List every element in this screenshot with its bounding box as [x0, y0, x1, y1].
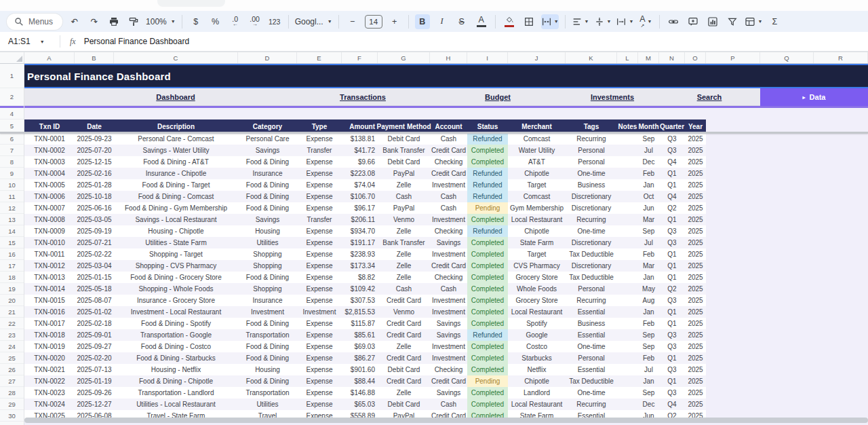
cell-quarter[interactable]: Q3 [659, 237, 685, 248]
cell-amount[interactable]: $109.42 [342, 283, 378, 295]
empty-row[interactable] [24, 108, 868, 119]
row-number-27[interactable]: 27 [0, 375, 24, 387]
cell-status[interactable]: Pending [467, 375, 508, 387]
cell-txn-id[interactable]: TXN-0021 [24, 364, 75, 375]
cell-description[interactable]: Transportation - Google [114, 329, 238, 341]
cell-status[interactable]: Completed [467, 156, 508, 168]
cell-quarter[interactable]: Q3 [659, 133, 685, 145]
cell-account[interactable]: Savings [430, 387, 467, 399]
cell-payment-method[interactable]: Zelle [378, 248, 430, 260]
column-header-C[interactable]: C [114, 52, 238, 63]
cell-month[interactable]: Jul [638, 237, 659, 248]
cell-type[interactable]: Expense [297, 375, 342, 387]
cell-txn-id[interactable]: TXN-0018 [24, 329, 75, 341]
title-cell[interactable]: Personal Finance Dashboard [24, 64, 868, 88]
cell-type[interactable]: Investment [297, 306, 342, 318]
row-number-26[interactable]: 26 [0, 364, 24, 375]
cell-notes[interactable] [617, 145, 638, 156]
column-header-H[interactable]: H [430, 52, 467, 63]
cell-txn-id[interactable]: TXN-0017 [24, 318, 75, 329]
row-number-8[interactable]: 8 [0, 156, 24, 168]
cell-status[interactable]: Completed [467, 237, 508, 248]
print-button[interactable] [106, 14, 121, 29]
cell-account[interactable]: Investment [430, 214, 467, 225]
format-currency-button[interactable]: $ [189, 14, 203, 29]
cell-payment-method[interactable]: Credit Card [378, 318, 430, 329]
cell-tags[interactable]: Personal [566, 145, 617, 156]
cell-payment-method[interactable]: Zelle [378, 341, 430, 352]
cell-month[interactable]: Jul [638, 364, 659, 375]
vertical-align-button[interactable]: ▼ [594, 14, 612, 29]
cell-tags[interactable]: Business [566, 179, 617, 191]
cell-description[interactable]: Food & Dining - Target [114, 179, 238, 191]
cell-txn-id[interactable]: TXN-0019 [24, 341, 75, 352]
cell-merchant[interactable]: Landlord [508, 387, 566, 399]
cell-month[interactable]: May [638, 283, 659, 295]
cell-year[interactable]: 2025 [685, 318, 706, 329]
cell-account[interactable]: Investment [430, 352, 467, 364]
cell-date[interactable]: 2025-01-28 [75, 179, 114, 191]
cell-type[interactable]: Expense [297, 272, 342, 283]
cell-payment-method[interactable]: Credit Card [378, 352, 430, 364]
cell-notes[interactable] [617, 283, 638, 295]
cell-year[interactable]: 2025 [685, 352, 706, 364]
cell-tags[interactable]: Discretionary [566, 237, 617, 248]
cell-month[interactable]: Jan [638, 306, 659, 318]
cell-year[interactable]: 2025 [685, 375, 706, 387]
cell-amount[interactable]: $238.93 [342, 248, 378, 260]
cell-amount[interactable]: $138.81 [342, 133, 378, 145]
column-header-P[interactable]: P [706, 52, 760, 63]
cell-date[interactable]: 2025-01-02 [75, 306, 114, 318]
cell-description[interactable]: Food & Dining - Spotify [114, 318, 238, 329]
cell-description[interactable]: Shopping - CVS Pharmacy [114, 260, 238, 272]
cell-amount[interactable]: $69.03 [342, 341, 378, 352]
row-number-10[interactable]: 10 [0, 179, 24, 191]
cell-status[interactable]: Completed [467, 145, 508, 156]
cell-account[interactable]: Checking [430, 225, 467, 237]
cell-tags[interactable]: Discretionary [566, 202, 617, 214]
cell-tags[interactable]: One-time [566, 341, 617, 352]
cell-month[interactable]: Sep [638, 387, 659, 399]
paint-format-button[interactable] [126, 14, 141, 29]
cell-status[interactable]: Completed [467, 387, 508, 399]
row-number-18[interactable]: 18 [0, 272, 24, 283]
cell-date[interactable]: 2025-09-26 [75, 387, 114, 399]
cell-merchant[interactable]: Local Restaurant [508, 306, 566, 318]
cell-merchant[interactable]: Google [508, 329, 566, 341]
cell-date[interactable]: 2025-02-18 [75, 318, 114, 329]
cell-category[interactable]: Food & Dining [238, 179, 297, 191]
cell-tags[interactable]: Tax Deductible [566, 248, 617, 260]
cell-month[interactable]: Dec [638, 156, 659, 168]
cell-txn-id[interactable]: TXN-0024 [24, 399, 75, 410]
cell-description[interactable]: Utilities - Local Restaurant [114, 399, 238, 410]
cell-tags[interactable]: Essential [566, 364, 617, 375]
cell-amount[interactable]: $934.70 [342, 225, 378, 237]
cell-description[interactable]: Housing - Chipotle [114, 225, 238, 237]
decrease-decimal-button[interactable]: .0← [228, 14, 243, 29]
cell-txn-id[interactable]: TXN-0015 [24, 295, 75, 306]
cell-account[interactable]: Checking [430, 156, 467, 168]
column-header-N[interactable]: N [659, 52, 685, 63]
cell-account[interactable]: Savings [430, 318, 467, 329]
cell-category[interactable]: Transportation [238, 329, 297, 341]
cell-status[interactable]: Completed [467, 306, 508, 318]
row-number-19[interactable]: 19 [0, 283, 24, 295]
cell-txn-id[interactable]: TXN-0008 [24, 214, 75, 225]
cell-month[interactable]: Aug [638, 295, 659, 306]
cell-payment-method[interactable]: Zelle [378, 260, 430, 272]
cell-amount[interactable]: $2,815.53 [342, 306, 378, 318]
nav-link-transactions[interactable]: Transactions [340, 88, 386, 105]
cell-year[interactable]: 2025 [685, 341, 706, 352]
decrease-font-size-button[interactable]: − [345, 14, 360, 29]
row-number-2[interactable]: 2 [0, 88, 24, 106]
cell-notes[interactable] [617, 399, 638, 410]
cell-merchant[interactable]: Water Utility [508, 145, 566, 156]
cell-tags[interactable]: Tax Deductible [566, 375, 617, 387]
cell-txn-id[interactable]: TXN-0004 [24, 168, 75, 179]
cell-quarter[interactable]: Q3 [659, 329, 685, 341]
cell-merchant[interactable]: Chipotle [508, 375, 566, 387]
cell-notes[interactable] [617, 352, 638, 364]
cell-month[interactable]: Jan [638, 179, 659, 191]
select-all-corner[interactable] [0, 52, 24, 63]
cell-payment-method[interactable]: Zelle [378, 179, 430, 191]
